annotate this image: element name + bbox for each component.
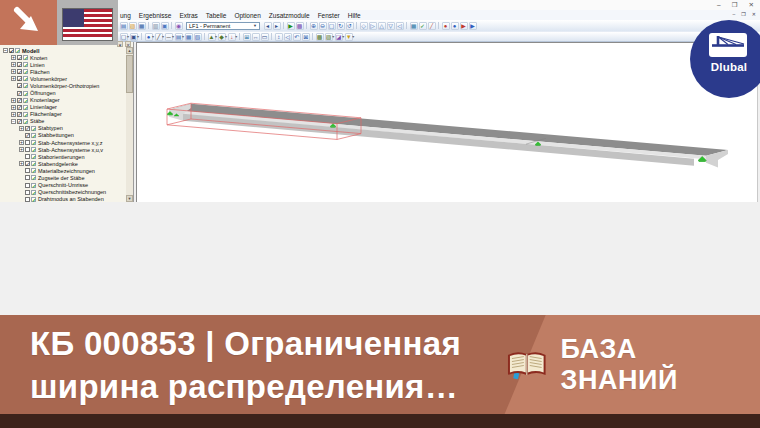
view-perspective-icon[interactable]: ◁ xyxy=(396,22,404,30)
expand-icon[interactable]: + xyxy=(11,55,16,60)
run-calculation-icon[interactable]: ▶ xyxy=(287,22,295,30)
open-model-icon[interactable]: ▨ xyxy=(129,22,137,30)
visibility-checkbox[interactable] xyxy=(25,147,30,152)
expand-icon[interactable]: + xyxy=(19,147,24,152)
print-icon[interactable]: ▥ xyxy=(152,22,160,30)
visibility-checkbox[interactable] xyxy=(25,126,30,131)
tree-item-knotenlager[interactable]: +Knotenlager xyxy=(1,97,125,104)
tree-item-fl-chen[interactable]: +Flächen xyxy=(1,68,125,75)
visibility-checkbox[interactable] xyxy=(25,154,30,159)
tree-item-drahtmodus-an-stabenden[interactable]: Drahtmodus an Stabenden xyxy=(1,196,125,202)
tree-item-stabtypen[interactable]: +Stabtypen xyxy=(1,125,125,132)
expand-icon[interactable]: + xyxy=(11,112,16,117)
scroll-up-icon[interactable]: ▲ xyxy=(126,47,133,54)
tree-item-knoten[interactable]: +Knoten xyxy=(1,54,125,61)
mdi-close-button[interactable]: ✕ xyxy=(752,11,756,17)
tree-item-volumenk-rper[interactable]: +Volumenkörper xyxy=(1,75,125,82)
close-button[interactable]: ✕ xyxy=(749,1,754,9)
chevron-down-icon[interactable]: ▾ xyxy=(137,34,139,39)
fe-mesh-icon[interactable]: ▩ xyxy=(316,33,324,41)
results-table-icon[interactable]: ▩ xyxy=(296,22,304,30)
render-mode-icon[interactable]: ◉ xyxy=(175,22,183,30)
menu-item-tabelle[interactable]: Tabelle xyxy=(206,12,227,19)
copy-icon[interactable]: ▣ xyxy=(161,22,169,30)
expand-icon[interactable]: + xyxy=(19,140,24,145)
divide-line-icon[interactable]: ⊠ xyxy=(302,33,310,41)
visibility-checkbox[interactable] xyxy=(9,48,14,53)
collapse-icon[interactable]: − xyxy=(3,48,8,53)
menu-item-extras[interactable]: Extras xyxy=(179,12,197,19)
undo-view-icon[interactable]: ↺ xyxy=(346,22,354,30)
us-flag-icon[interactable] xyxy=(62,8,113,41)
visibility-checkbox[interactable] xyxy=(25,140,30,145)
maximize-button[interactable]: ❐ xyxy=(732,1,738,9)
visibility-checkbox[interactable] xyxy=(25,197,30,202)
visibility-checkbox[interactable] xyxy=(17,55,22,60)
navigator-scrollbar[interactable]: ▲ ▼ xyxy=(126,47,133,202)
menu-item-zusatzmodule[interactable]: Zusatzmodule xyxy=(269,12,310,19)
view-y-icon[interactable]: △ xyxy=(378,22,386,30)
visibility-checkbox[interactable] xyxy=(17,119,22,124)
menu-item-optionen[interactable]: Optionen xyxy=(234,12,260,19)
pin-red-icon[interactable]: ● xyxy=(442,22,450,30)
marker-red-icon[interactable]: ▶ xyxy=(460,22,468,30)
tree-item-linien[interactable]: +Linien xyxy=(1,61,125,68)
new-model-icon[interactable]: ▤ xyxy=(120,22,128,30)
visibility-checkbox[interactable] xyxy=(25,175,30,180)
visibility-checkbox[interactable] xyxy=(17,105,22,110)
tree-item-staborientierungen[interactable]: Staborientierungen xyxy=(1,153,125,160)
tree-item-stabendgelenke[interactable]: +Stabendgelenke xyxy=(1,160,125,167)
menu-item-ergebnisse[interactable]: Ergebnisse xyxy=(139,12,172,19)
tree-item-stab-achsensysteme-x-u-v[interactable]: +Stab-Achsensysteme x,u,v xyxy=(1,146,125,153)
numbering-icon[interactable]: ⊞ xyxy=(243,33,251,41)
section-cut-icon[interactable]: ╱ xyxy=(428,22,436,30)
scroll-down-icon[interactable]: ▼ xyxy=(126,195,133,202)
guide-lines-icon[interactable]: ▭ xyxy=(261,33,269,41)
visibility-checkbox[interactable] xyxy=(25,161,30,166)
chevron-down-icon[interactable]: ▾ xyxy=(352,34,354,39)
tree-item-volumenk-rper-orthotropien[interactable]: Volumenkörper-Orthotropien xyxy=(1,82,125,89)
chevron-down-icon[interactable]: ▾ xyxy=(182,34,184,39)
visibility-checkbox[interactable] xyxy=(25,190,30,195)
tree-item-stab-achsensysteme-x-y-z[interactable]: +Stab-Achsensysteme x,y,z xyxy=(1,139,125,146)
chevron-down-icon[interactable]: ▾ xyxy=(225,34,227,39)
visibility-checkbox[interactable] xyxy=(17,76,22,81)
scrollbar-thumb[interactable] xyxy=(126,55,133,93)
chevron-down-icon[interactable]: ▾ xyxy=(127,34,129,39)
tree-item-materialbezeichnungen[interactable]: Materialbezeichnungen xyxy=(1,167,125,174)
expand-icon[interactable]: + xyxy=(11,69,16,74)
marker-blue-icon[interactable]: ▶ xyxy=(469,22,477,30)
mdi-maximize-button[interactable]: ❐ xyxy=(741,11,745,17)
check-model-icon[interactable]: ✓ xyxy=(419,22,427,30)
display-properties-icon[interactable]: ▦ xyxy=(410,22,418,30)
visibility-checkbox[interactable] xyxy=(17,62,22,67)
previous-view-icon[interactable]: ◂ xyxy=(264,22,272,30)
chevron-down-icon[interactable]: ▾ xyxy=(342,34,344,39)
pin-blue-icon[interactable]: ● xyxy=(451,22,459,30)
collapse-icon[interactable]: − xyxy=(11,119,16,124)
visibility-checkbox[interactable] xyxy=(25,183,30,188)
zoom-window-icon[interactable]: ▢ xyxy=(328,22,336,30)
zoom-out-icon[interactable]: ⊖ xyxy=(319,22,327,30)
chevron-down-icon[interactable]: ▾ xyxy=(172,34,174,39)
expand-icon[interactable]: + xyxy=(11,105,16,110)
tree-item-modell[interactable]: −Modell xyxy=(1,47,125,54)
chevron-down-icon[interactable]: ▾ xyxy=(215,34,217,39)
menu-item-hilfe[interactable]: Hilfe xyxy=(348,12,361,19)
new-solid-icon[interactable]: ▦ xyxy=(185,33,193,41)
expand-icon[interactable]: + xyxy=(19,126,24,131)
chevron-down-icon[interactable]: ▾ xyxy=(332,34,334,39)
tree-item-stabbettungen[interactable]: Stabbettungen xyxy=(1,132,125,139)
visibility-checkbox[interactable] xyxy=(25,168,30,173)
visibility-checkbox[interactable] xyxy=(17,112,22,117)
new-opening-icon[interactable]: ▧ xyxy=(194,33,202,41)
tree-item-zugseite-der-st-be[interactable]: Zugseite der Stäbe xyxy=(1,174,125,181)
dimensions-icon[interactable]: ↔ xyxy=(252,33,260,41)
view-x-icon[interactable]: ▷ xyxy=(369,22,377,30)
next-view-icon[interactable]: ▸ xyxy=(273,22,281,30)
save-model-icon[interactable]: ▦ xyxy=(138,22,146,30)
visibility-checkbox[interactable] xyxy=(17,83,22,88)
zoom-in-icon[interactable]: ⊕ xyxy=(310,22,318,30)
minimize-button[interactable]: – xyxy=(717,1,721,9)
visibility-checkbox[interactable] xyxy=(17,69,22,74)
